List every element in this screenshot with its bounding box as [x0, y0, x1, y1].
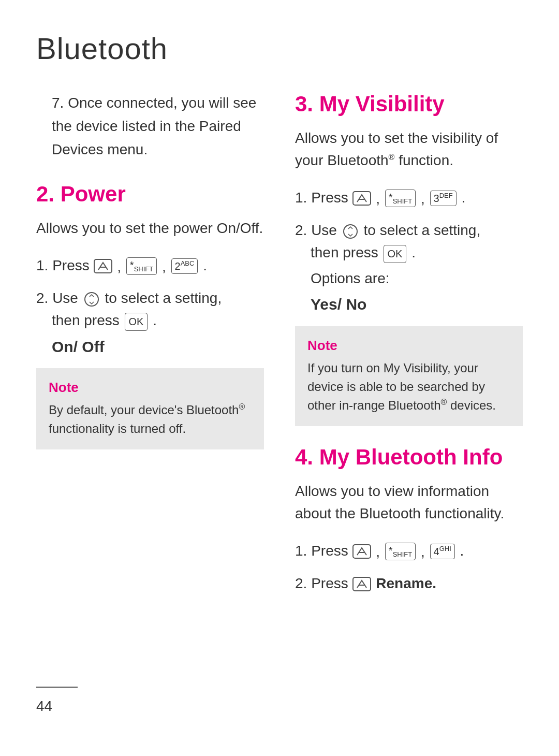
- step1-period: .: [203, 257, 207, 273]
- section4-step2-content: 2. Press Rename.: [295, 572, 523, 594]
- page-number: 44: [36, 694, 523, 715]
- section4-title: 4. My Bluetooth Info: [295, 445, 523, 470]
- right-column: 3. My Visibility Allows you to set the v…: [295, 92, 523, 666]
- comma1: ,: [117, 258, 125, 274]
- period: .: [153, 312, 157, 328]
- star-shift-key: *SHIFT: [126, 257, 157, 275]
- send-key-icon-3: [352, 191, 372, 206]
- page-title: Bluetooth: [36, 31, 523, 66]
- section2-title: 2. Power: [36, 182, 264, 207]
- section3-step1-content: 1. Press , *SHIFT , 3DEF .: [295, 186, 523, 210]
- section2-note-title: Note: [49, 380, 252, 396]
- section3-step2-content: 2. Use to select a setting, then press O…: [295, 219, 523, 317]
- 3def-key: 3DEF: [430, 191, 457, 206]
- left-column: 7. Once connected, you will see the devi…: [36, 92, 264, 666]
- section4-step1-prefix: 1. Press: [295, 543, 348, 559]
- section3-options: Yes/ No: [311, 293, 523, 317]
- star-shift-key-4: *SHIFT: [385, 543, 416, 560]
- section3-description: Allows you to set the visibility of your…: [295, 127, 523, 172]
- section3-step2: 2. Use to select a setting, then press O…: [295, 219, 523, 317]
- nav-key-icon: [83, 291, 100, 308]
- section3-options-label: Options are:: [311, 267, 523, 289]
- section3-step2-prefix: 2. Use: [295, 222, 337, 238]
- footer: 44: [36, 666, 523, 715]
- section-my-bluetooth-info: 4. My Bluetooth Info Allows you to view …: [295, 445, 523, 594]
- section4-description: Allows you to view information about the…: [295, 480, 523, 525]
- two-column-layout: 7. Once connected, you will see the devi…: [36, 92, 523, 666]
- section2-step1: 1. Press , *SHIFT , 2ABC: [36, 254, 264, 278]
- ok-key-icon-3: OK: [384, 245, 407, 263]
- section2-description: Allows you to set the power On/Off.: [36, 217, 264, 239]
- step2-sub: then press: [52, 312, 120, 328]
- svg-rect-6: [353, 545, 371, 558]
- svg-rect-3: [353, 192, 371, 205]
- nav-key-icon-3: [342, 223, 359, 240]
- page: Bluetooth 7. Once connected, you will se…: [0, 0, 559, 756]
- section3-note-title: Note: [307, 338, 510, 354]
- section3-title: 3. My Visibility: [295, 92, 523, 117]
- send-key-icon: [93, 258, 113, 274]
- section2-note-box: Note By default, your device's Bluetooth…: [36, 368, 264, 449]
- ok-key-icon: OK: [125, 313, 148, 331]
- svg-rect-8: [353, 577, 371, 591]
- section3-step2-subline: then press OK .: [311, 241, 523, 264]
- section2-options: On/ Off: [52, 335, 264, 359]
- section4-step1: 1. Press , *SHIFT , 4GHI .: [295, 540, 523, 563]
- step2-subline: then press OK .: [52, 309, 264, 331]
- section3-step2-sub: then press: [311, 244, 378, 260]
- section4-step2: 2. Press Rename.: [295, 572, 523, 594]
- section3-note-text: If you turn on My Visibility, your devic…: [307, 359, 510, 415]
- section3-note-box: Note If you turn on My Visibility, your …: [295, 326, 523, 426]
- section-power: 2. Power Allows you to set the power On/…: [36, 182, 264, 449]
- section3-step1: 1. Press , *SHIFT , 3DEF .: [295, 186, 523, 210]
- star-shift-key-3: *SHIFT: [385, 190, 416, 207]
- step2-mid: to select a setting,: [105, 290, 222, 306]
- send-key-icon-4b: [352, 576, 372, 592]
- section4-step1-content: 1. Press , *SHIFT , 4GHI .: [295, 540, 523, 563]
- section3-step1-prefix: 1. Press: [295, 190, 348, 206]
- section-my-visibility: 3. My Visibility Allows you to set the v…: [295, 92, 523, 426]
- section2-step2-content: 2. Use to select a setting, then press O…: [36, 287, 264, 359]
- send-key-icon-4: [352, 544, 372, 559]
- svg-rect-0: [94, 259, 112, 273]
- section4-step2-label: Rename.: [376, 575, 436, 591]
- step2-prefix: 2. Use: [36, 290, 78, 306]
- section2-step2: 2. Use to select a setting, then press O…: [36, 287, 264, 359]
- step7-text: Once connected, you will see the device …: [52, 95, 256, 157]
- 4ghi-key: 4GHI: [430, 544, 455, 559]
- section2-note-text: By default, your device's Bluetooth® fun…: [49, 401, 252, 438]
- section2-step1-content: 1. Press , *SHIFT , 2ABC: [36, 254, 264, 278]
- 2abc-key: 2ABC: [171, 258, 198, 274]
- comma2: ,: [162, 258, 170, 274]
- footer-rule: [36, 687, 78, 694]
- section4-step2-prefix: 2. Press: [295, 575, 348, 591]
- intro-step-7: 7. Once connected, you will see the devi…: [36, 92, 264, 161]
- step7-number: 7.: [52, 95, 64, 111]
- section2-step1-prefix: 1. Press: [36, 257, 90, 273]
